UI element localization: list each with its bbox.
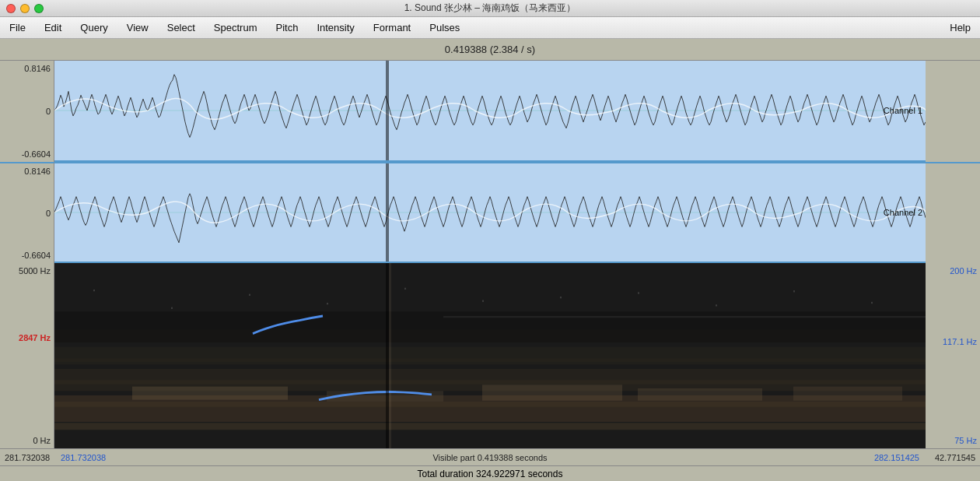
- svg-rect-25: [638, 292, 639, 293]
- svg-rect-18: [93, 290, 95, 291]
- ch1-bottom-value: -0.6604: [22, 149, 51, 159]
- spec-marker-hz: 2847 Hz: [19, 333, 51, 342]
- menu-query[interactable]: Query: [71, 17, 117, 38]
- time-value: 0.419388 (2.384 / s): [445, 44, 535, 55]
- svg-rect-21: [327, 303, 328, 304]
- svg-rect-12: [132, 387, 288, 400]
- svg-rect-28: [871, 302, 873, 304]
- spec-right-axis: 200 Hz 117.1 Hz 75 Hz: [926, 263, 980, 448]
- spec-right-bot: 75 Hz: [954, 436, 977, 445]
- spec-top-hz: 5000 Hz: [19, 266, 51, 276]
- svg-rect-23: [482, 300, 484, 302]
- svg-rect-22: [404, 288, 406, 290]
- menu-file[interactable]: File: [0, 17, 35, 38]
- visualization-area[interactable]: 0.8146 0 -0.6604 0.8146 0 -0.6604 5000 H…: [0, 61, 980, 448]
- bottom-time-bar: 281.732038 281.732038 Visible part 0.419…: [0, 448, 980, 465]
- svg-rect-20: [249, 294, 250, 296]
- bt-left-time: 281.732038: [5, 453, 50, 462]
- bt-right-time: 42.771545: [935, 453, 975, 462]
- spec-right-mid: 117.1 Hz: [943, 337, 977, 346]
- cursor-line-spec: [386, 263, 389, 448]
- ch2-zero: 0: [46, 209, 51, 218]
- time-display-bar: 0.419388 (2.384 / s): [0, 39, 980, 61]
- maximize-button[interactable]: [34, 4, 44, 13]
- svg-rect-24: [560, 297, 562, 298]
- svg-rect-29: [443, 316, 926, 318]
- menu-help[interactable]: Help: [940, 17, 980, 38]
- left-axis: 0.8146 0 -0.6604 0.8146 0 -0.6604 5000 H…: [0, 61, 54, 448]
- menu-formant[interactable]: Formant: [364, 17, 420, 38]
- ch1-top-value: 0.8146: [24, 64, 51, 73]
- svg-rect-17: [389, 263, 391, 448]
- menu-spectrum[interactable]: Spectrum: [205, 17, 267, 38]
- bt-right-blue-time: 282.151425: [874, 453, 919, 462]
- menu-select[interactable]: Select: [158, 17, 205, 38]
- svg-rect-16: [793, 387, 902, 401]
- menu-view[interactable]: View: [117, 17, 158, 38]
- main-area: 0.419388 (2.384 / s) 0.8146 0 -0.6604 0.…: [0, 39, 980, 481]
- spectrogram-svg: [54, 263, 926, 448]
- svg-rect-19: [171, 307, 173, 309]
- ch2-top-value: 0.8146: [24, 167, 51, 176]
- channel1-waveform[interactable]: Channel 1: [54, 61, 926, 162]
- window-controls: [6, 4, 44, 13]
- svg-rect-26: [716, 304, 717, 306]
- channel1-label: Channel 1: [884, 106, 922, 115]
- menu-pulses[interactable]: Pulses: [420, 17, 469, 38]
- svg-rect-14: [482, 384, 622, 400]
- ch1-right-axis: [926, 61, 980, 162]
- spectrogram-view[interactable]: [54, 263, 926, 448]
- close-button[interactable]: [6, 4, 16, 13]
- bt-center-text: Visible part 0.419388 seconds: [432, 453, 547, 462]
- cursor-line-ch1: [386, 61, 389, 160]
- window-title: 1. Sound 张少林 – 海南鸡饭（马来西亚）: [404, 2, 576, 15]
- svg-rect-27: [793, 290, 795, 292]
- channel1-axis: 0.8146 0 -0.6604: [0, 61, 54, 162]
- ch2-bottom-value: -0.6604: [22, 251, 51, 260]
- right-axis: 200 Hz 117.1 Hz 75 Hz: [926, 61, 980, 448]
- channel2-axis: 0.8146 0 -0.6604: [0, 162, 54, 263]
- total-duration-bar: Total duration 324.922971 seconds: [0, 465, 980, 481]
- menu-pitch[interactable]: Pitch: [267, 17, 308, 38]
- waveform-ch1-svg: [54, 61, 926, 160]
- waveform-ch2-svg: [54, 163, 926, 262]
- ch1-zero: 0: [46, 107, 51, 116]
- spec-bottom-hz: 0 Hz: [33, 436, 51, 445]
- titlebar: 1. Sound 张少林 – 海南鸡饭（马来西亚）: [0, 0, 980, 17]
- menu-edit[interactable]: Edit: [35, 17, 71, 38]
- spec-right-top: 200 Hz: [950, 266, 977, 276]
- menu-intensity[interactable]: Intensity: [307, 17, 363, 38]
- menubar: File Edit Query View Select Spectrum Pit…: [0, 17, 980, 39]
- ch2-right-axis: [926, 162, 980, 263]
- spectrogram-axis: 5000 Hz 2847 Hz 0 Hz: [0, 263, 54, 448]
- minimize-button[interactable]: [20, 4, 30, 13]
- channel2-label: Channel 2: [884, 208, 922, 217]
- bt-left-blue-time: 281.732038: [61, 453, 106, 462]
- cursor-line-ch2: [386, 163, 389, 262]
- canvas-area[interactable]: Channel 1 Channel 2: [54, 61, 926, 448]
- svg-rect-15: [638, 388, 762, 401]
- channel2-waveform[interactable]: Channel 2: [54, 162, 926, 263]
- total-duration-text: Total duration 324.922971 seconds: [418, 469, 563, 479]
